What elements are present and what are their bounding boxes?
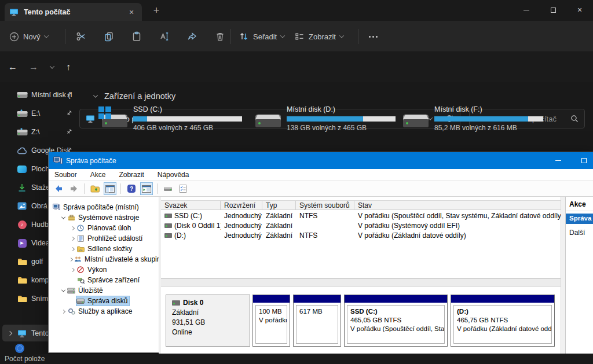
- folder-icon: [16, 256, 28, 267]
- paste-icon: [131, 31, 142, 42]
- sidebar-item-drive-z[interactable]: Z:\: [0, 123, 96, 141]
- tree-item-device-manager[interactable]: Správce zařízení: [49, 275, 159, 285]
- back-button[interactable]: ←: [5, 59, 21, 75]
- tree-item-shared-folders[interactable]: Sdílené složky: [49, 244, 159, 254]
- tree-item-performance[interactable]: Výkon: [49, 264, 159, 275]
- collapse-chevron-icon[interactable]: [60, 289, 66, 292]
- window-close-button[interactable]: ×: [566, 0, 593, 20]
- column-filesystem[interactable]: Systém souborů: [296, 201, 354, 209]
- drive-tile-f[interactable]: Místní disk (F:) 85,2 MB volných z 616 M…: [398, 105, 430, 135]
- disk-icon: [76, 297, 85, 305]
- share-button[interactable]: [183, 27, 202, 46]
- section-devices-and-drives[interactable]: Zařízení a jednotky: [94, 91, 175, 101]
- window-maximize-button[interactable]: [540, 0, 566, 20]
- history-dropdown-button[interactable]: [44, 59, 60, 75]
- back-button[interactable]: [52, 182, 65, 195]
- expand-chevron-icon[interactable]: [60, 310, 66, 313]
- tree-item-storage[interactable]: Úložiště: [49, 285, 159, 296]
- tree-item-disk-management[interactable]: Správa disků: [49, 296, 159, 306]
- view-list-icon: [294, 32, 305, 41]
- graphical-disk-view: Disk 0 Základní 931,51 GB Online 100 MB …: [161, 287, 561, 354]
- menu-help[interactable]: Nápověda: [158, 170, 196, 180]
- network-drive-icon: [16, 126, 28, 138]
- scrollbar-gutter[interactable]: [561, 197, 565, 354]
- folder-icon: [16, 274, 28, 286]
- disk-icon: [172, 300, 180, 306]
- tree-item-task-scheduler[interactable]: Plánovač úloh: [49, 223, 159, 233]
- cut-button[interactable]: [72, 27, 90, 46]
- sidebar-item-local-disk-i[interactable]: Místní disk (I: [0, 86, 96, 104]
- view-button[interactable]: Zobrazit: [294, 27, 343, 46]
- explorer-address-bar: ← → ↑ Tento počítač Prohledat: Tento poč…: [0, 52, 593, 82]
- tree-item-system-tools[interactable]: Systémové nástroje: [49, 212, 159, 223]
- new-button[interactable]: Nový: [9, 27, 48, 46]
- column-volume[interactable]: Svazek: [161, 201, 221, 209]
- column-status[interactable]: Stav: [354, 201, 561, 209]
- partition-color-bar: [345, 295, 447, 303]
- expand-chevron-icon[interactable]: [69, 269, 75, 271]
- cloud-icon: [16, 145, 28, 156]
- management-toolbar: ?: [49, 181, 593, 197]
- tab-close-icon[interactable]: ×: [126, 8, 137, 17]
- forward-button[interactable]: →: [25, 59, 42, 75]
- tree-item-local-users-groups[interactable]: Místní uživatelé a skupin: [49, 254, 159, 264]
- menu-view[interactable]: Zobrazit: [119, 170, 150, 180]
- drive-tile-c[interactable]: SSD (C:) 406 GB volných z 465 GB: [97, 105, 129, 135]
- new-tab-button[interactable]: +: [149, 3, 163, 17]
- show-console-tree-button[interactable]: [104, 182, 116, 195]
- menu-action[interactable]: Akce: [90, 170, 112, 180]
- copy-button[interactable]: [100, 27, 118, 46]
- performance-icon: [76, 266, 85, 274]
- up-button[interactable]: ↑: [60, 59, 76, 75]
- disk0-header-box[interactable]: Disk 0 Základní 931,51 GB Online: [166, 295, 250, 347]
- tree-item-computer-management[interactable]: Správa počítače (místní): [49, 202, 159, 212]
- partition-c[interactable]: SSD (C:) 465,05 GB NTFS V pořádku (Spouš…: [344, 295, 448, 347]
- window-title: Správa počítače: [66, 157, 116, 165]
- expand-chevron-icon[interactable]: [8, 330, 12, 335]
- show-action-pane-button[interactable]: [140, 182, 153, 195]
- table-row[interactable]: (D:) Jednoduchý Základní NTFS V pořádku …: [161, 230, 561, 240]
- disk-status: Online: [172, 328, 250, 337]
- table-row[interactable]: SSD (C:) Jednoduchý Základní NTFS V pořá…: [161, 211, 561, 220]
- tree-item-event-viewer[interactable]: Prohlížeč událostí: [49, 233, 159, 244]
- help-button[interactable]: ?: [125, 182, 138, 195]
- partition-name: (D:): [457, 307, 548, 316]
- drive-tile-d[interactable]: Místní disk (D:) 138 GB volných z 465 GB: [251, 105, 282, 135]
- management-title-bar[interactable]: Správa počítače: [49, 152, 593, 169]
- partition-617mb[interactable]: 617 MB: [293, 295, 341, 347]
- sidebar-item-drive-e[interactable]: E:\: [0, 104, 96, 123]
- partition-efi-100mb[interactable]: 100 MB V pořádku: [252, 295, 290, 347]
- collapse-chevron-icon[interactable]: [60, 216, 66, 219]
- expand-chevron-icon[interactable]: [69, 258, 72, 261]
- management-body: Správa počítače (místní) Systémové nástr…: [49, 197, 593, 352]
- checklist-button[interactable]: [177, 182, 189, 195]
- rename-button[interactable]: [155, 27, 174, 46]
- window-minimize-button[interactable]: [513, 0, 540, 20]
- more-options-button[interactable]: [364, 27, 382, 46]
- expand-chevron-icon[interactable]: [69, 227, 75, 230]
- column-type[interactable]: Typ: [262, 201, 296, 209]
- menu-file[interactable]: Soubor: [54, 170, 83, 180]
- pin-icon: [66, 108, 72, 119]
- disk-properties-button[interactable]: [162, 182, 174, 195]
- expand-chevron-icon[interactable]: [69, 248, 75, 251]
- tab-this-pc[interactable]: Tento počítač ×: [5, 3, 142, 21]
- column-layout[interactable]: Rozvržení: [221, 201, 262, 209]
- horizontal-splitter[interactable]: [161, 278, 561, 287]
- action-more[interactable]: Další: [566, 229, 585, 237]
- collapse-chevron-icon[interactable]: [93, 93, 98, 97]
- partition-d[interactable]: (D:) 465,75 GB NTFS V pořádku (Základní …: [451, 295, 555, 347]
- maximize-button[interactable]: [571, 152, 593, 169]
- clock-icon: [76, 225, 85, 232]
- forward-button[interactable]: [67, 182, 80, 195]
- expand-chevron-icon[interactable]: [69, 237, 75, 240]
- table-row[interactable]: (Disk 0 Oddíl 1) Jednoduchý Základní V p…: [161, 220, 561, 230]
- minimize-button[interactable]: [546, 152, 571, 169]
- delete-button[interactable]: [211, 27, 229, 46]
- tree-item-services-applications[interactable]: Služby a aplikace: [49, 306, 159, 317]
- up-one-level-button[interactable]: [89, 182, 101, 195]
- sort-button[interactable]: Seřadit: [239, 27, 284, 46]
- action-disk-management[interactable]: Správa di: [566, 214, 593, 224]
- paste-button[interactable]: [127, 27, 146, 46]
- ellipsis-icon: [369, 36, 378, 38]
